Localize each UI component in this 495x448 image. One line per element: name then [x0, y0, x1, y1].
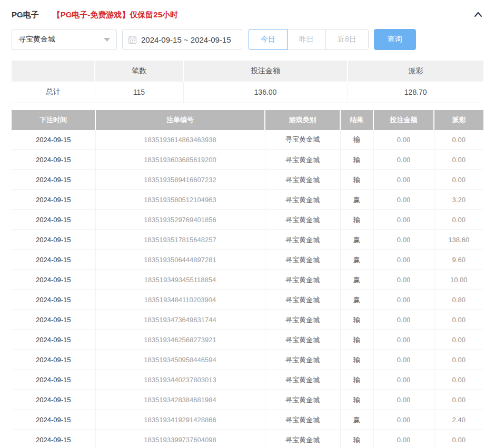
bet-amount-cell: 0.00 [373, 350, 434, 370]
bet-time-cell: 2024-09-15 [12, 210, 95, 230]
summary-header-row: 笔数 投注金额 派彩 [12, 61, 483, 82]
last-8-days-button[interactable]: 近8日 [325, 29, 369, 50]
summary-total-payout: 128.70 [348, 82, 483, 103]
records-table-header-row: 下注时间注单编号游戏类别结果投注金额派彩 [12, 110, 483, 130]
game-type-cell: 寻宝黄金城 [265, 150, 340, 170]
bet-amount-cell: 0.00 [373, 370, 434, 390]
today-button[interactable]: 今日 [249, 29, 288, 50]
table-row: 2024-09-151835193419291428866寻宝黄金城赢0.002… [12, 410, 483, 430]
column-header-bet-amount: 投注金额 [373, 110, 434, 130]
bet-time-cell: 2024-09-15 [12, 330, 95, 350]
bet-id-cell: 1835193517815648257 [95, 230, 265, 250]
table-row: 2024-09-151835193462568273921寻宝黄金城输0.000… [12, 330, 483, 350]
result-cell: 输 [340, 150, 373, 170]
summary-header-blank [12, 61, 95, 82]
bet-time-cell: 2024-09-15 [12, 270, 95, 290]
payout-cell: 0.00 [434, 350, 483, 370]
bet-id-cell: 1835193428384681984 [95, 390, 265, 410]
bet-time-cell: 2024-09-15 [12, 310, 95, 330]
yesterday-button[interactable]: 昨日 [287, 29, 326, 50]
calendar-icon [128, 35, 137, 44]
table-row: 2024-09-151835193603685619200寻宝黄金城输0.000… [12, 150, 483, 170]
summary-header-bet-amount: 投注金额 [183, 61, 348, 82]
bet-id-cell: 1835193473649631744 [95, 310, 265, 330]
column-header-game-type: 游戏类别 [265, 110, 340, 130]
table-row: 2024-09-151835193450958446594寻宝黄金城输0.000… [12, 350, 483, 370]
filter-bar: 寻宝黄金城 2024-09-15 ~ 2024-09-15 今日 昨日 近8日 … [12, 29, 483, 50]
game-type-cell: 寻宝黄金城 [265, 370, 340, 390]
bet-id-cell: 1835193419291428866 [95, 410, 265, 430]
summary-header-payout: 派彩 [348, 61, 483, 82]
result-cell: 赢 [340, 190, 373, 210]
result-cell: 赢 [340, 290, 373, 310]
payout-cell: 0.00 [434, 170, 483, 190]
table-row: 2024-09-151835193529769401856寻宝黄金城输0.000… [12, 210, 483, 230]
search-button[interactable]: 查询 [374, 29, 416, 50]
summary-total-row: 总计 115 136.00 128.70 [12, 82, 483, 103]
game-type-cell: 寻宝黄金城 [265, 190, 340, 210]
collapse-button[interactable] [473, 9, 483, 20]
game-type-cell: 寻宝黄金城 [265, 390, 340, 410]
game-type-cell: 寻宝黄金城 [265, 330, 340, 350]
payout-cell: 0.00 [434, 370, 483, 390]
payout-cell: 0.00 [434, 150, 483, 170]
bet-time-cell: 2024-09-15 [12, 250, 95, 270]
bet-time-cell: 2024-09-15 [12, 150, 95, 170]
table-row: 2024-09-151835193589416607232寻宝黄金城输0.000… [12, 170, 483, 190]
bet-id-cell: 1835193603685619200 [95, 150, 265, 170]
bet-id-cell: 1835193589416607232 [95, 170, 265, 190]
table-row: 2024-09-151835193440237803013寻宝黄金城输0.000… [12, 370, 483, 390]
bet-amount-cell: 0.00 [373, 230, 434, 250]
bet-amount-cell: 0.00 [373, 250, 434, 270]
table-row: 2024-09-151835193493455118854寻宝黄金城赢0.001… [12, 270, 483, 290]
panel-header: PG电子 【PG电子-免费游戏】仅保留25小时 [12, 8, 483, 21]
game-type-cell: 寻宝黄金城 [265, 170, 340, 190]
result-cell: 输 [340, 310, 373, 330]
result-cell: 输 [340, 210, 373, 230]
bet-id-cell: 1835193484110203904 [95, 290, 265, 310]
table-row: 2024-09-151835193399737604098寻宝黄金城输0.000… [12, 430, 483, 448]
bet-time-cell: 2024-09-15 [12, 370, 95, 390]
summary-table: 笔数 投注金额 派彩 总计 115 136.00 128.70 [12, 61, 483, 103]
bet-id-cell: 1835193580512104963 [95, 190, 265, 210]
bet-amount-cell: 0.00 [373, 210, 434, 230]
game-select-value: 寻宝黄金城 [18, 35, 55, 44]
bet-amount-cell: 0.00 [373, 270, 434, 290]
bet-amount-cell: 0.00 [373, 290, 434, 310]
payout-cell: 0.00 [434, 310, 483, 330]
bet-id-cell: 1835193506444897281 [95, 250, 265, 270]
payout-cell: 138.60 [434, 230, 483, 250]
bet-time-cell: 2024-09-15 [12, 410, 95, 430]
result-cell: 赢 [340, 270, 373, 290]
column-header-result: 结果 [340, 110, 373, 130]
table-row: 2024-09-151835193517815648257寻宝黄金城赢0.001… [12, 230, 483, 250]
game-type-cell: 寻宝黄金城 [265, 430, 340, 448]
game-select[interactable]: 寻宝黄金城 [12, 29, 117, 50]
game-type-cell: 寻宝黄金城 [265, 270, 340, 290]
quick-date-button-group: 今日 昨日 近8日 [249, 29, 369, 50]
chevron-up-icon [473, 9, 483, 20]
payout-cell: 0.00 [434, 390, 483, 410]
bet-time-cell: 2024-09-15 [12, 350, 95, 370]
result-cell: 赢 [340, 250, 373, 270]
bet-id-cell: 1835193614863463938 [95, 130, 265, 150]
game-type-cell: 寻宝黄金城 [265, 130, 340, 150]
bet-amount-cell: 0.00 [373, 130, 434, 150]
bet-amount-cell: 0.00 [373, 330, 434, 350]
result-cell: 输 [340, 170, 373, 190]
game-type-cell: 寻宝黄金城 [265, 350, 340, 370]
page-title: PG电子 [12, 10, 39, 20]
bet-amount-cell: 0.00 [373, 390, 434, 410]
date-range-value: 2024-09-15 ~ 2024-09-15 [141, 35, 231, 44]
bet-time-cell: 2024-09-15 [12, 430, 95, 448]
pg-records-panel: PG电子 【PG电子-免费游戏】仅保留25小时 寻宝黄金城 [0, 0, 495, 448]
payout-cell: 9.60 [434, 250, 483, 270]
bet-id-cell: 1835193399737604098 [95, 430, 265, 448]
result-cell: 赢 [340, 230, 373, 250]
result-cell: 输 [340, 130, 373, 150]
bet-time-cell: 2024-09-15 [12, 230, 95, 250]
table-row: 2024-09-151835193484110203904寻宝黄金城赢0.000… [12, 290, 483, 310]
bet-amount-cell: 0.00 [373, 410, 434, 430]
date-range-input[interactable]: 2024-09-15 ~ 2024-09-15 [122, 29, 242, 50]
bet-id-cell: 1835193529769401856 [95, 210, 265, 230]
